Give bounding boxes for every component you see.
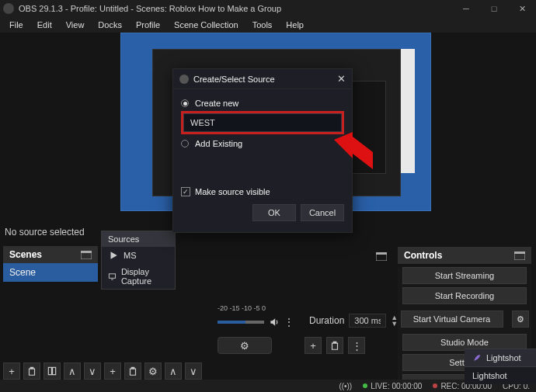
virtual-camera-settings-button[interactable]: ⚙ [512,310,529,328]
menu-file[interactable]: File [3,19,30,31]
radio-icon [181,140,189,147]
start-recording-button[interactable]: Start Recording [402,287,527,304]
transition-more-button[interactable]: ⋮ [348,337,365,354]
menu-bar: File Edit View Docks Profile Scene Colle… [0,17,536,33]
dialog-title-label: Create/Select Source [193,75,275,84]
window-controls: ─ □ ✕ [452,0,536,17]
make-visible-checkbox[interactable]: ✓ [181,187,190,196]
obs-logo-icon [179,75,189,84]
add-existing-label: Add Existing [195,139,242,148]
cancel-button[interactable]: Cancel [301,204,344,221]
source-add-button[interactable]: + [104,363,121,380]
menu-edit[interactable]: Edit [31,19,58,31]
status-bar: ((•)) LIVE: 00:00:00 REC: 00:00:00 CPU: … [0,380,536,392]
radio-icon [181,99,189,107]
title-bar: OBS 29.1.3 - Profile: Untitled - Scenes:… [0,0,536,17]
scene-filter-button[interactable] [44,363,61,380]
lightshot-row[interactable]: Lightshot [465,366,536,384]
mixer-settings-button[interactable]: ⚙ [218,337,272,354]
popout-icon[interactable] [81,251,92,259]
source-remove-button[interactable] [124,363,141,380]
scenes-list: Scene [3,263,98,282]
sources-item-ms[interactable]: MS [102,247,175,264]
sources-item-display-capture[interactable]: Display Capture [102,264,175,289]
controls-header: Controls [398,247,531,264]
scenes-header-label: Scenes [9,249,42,260]
menu-view[interactable]: View [60,19,91,31]
volume-row: ⋮ [218,317,294,328]
add-existing-radio-row[interactable]: Add Existing [181,139,344,148]
scenes-toolbar: + ∧ ∨ [3,363,101,380]
menu-profile[interactable]: Profile [130,19,166,31]
monitor-icon [108,271,117,282]
lightshot-row[interactable]: Lightshot [465,349,536,366]
ok-button[interactable]: OK [252,204,296,221]
lightshot-notification: Lightshot Lightshot [465,349,536,384]
menu-scene-collection[interactable]: Scene Collection [168,19,245,31]
dot-icon [363,383,367,388]
transition-add-button[interactable]: + [305,337,322,354]
duration-stepper-icon[interactable]: ▲▼ [391,314,398,327]
svg-rect-6 [514,252,525,254]
source-down-button[interactable]: ∨ [185,363,202,380]
source-settings-button[interactable]: ⚙ [144,363,162,380]
dot-icon [433,383,437,388]
svg-rect-2 [48,367,51,374]
duration-input[interactable] [349,314,386,328]
svg-rect-1 [81,251,92,253]
create-new-radio-row[interactable]: Create new [181,99,344,108]
volume-more-icon[interactable]: ⋮ [284,317,294,328]
close-button[interactable]: ✕ [508,0,536,17]
transition-remove-button[interactable] [326,337,343,354]
menu-docks[interactable]: Docks [92,19,128,31]
svg-rect-3 [53,367,56,374]
make-visible-label: Make source visible [195,187,270,196]
obs-logo-icon [3,3,14,14]
svg-rect-8 [376,252,387,255]
menu-help[interactable]: Help [280,19,310,31]
controls-header-label: Controls [404,250,442,261]
scene-add-button[interactable]: + [3,363,20,380]
start-streaming-button[interactable]: Start Streaming [402,267,527,284]
play-icon [108,250,119,261]
maximize-button[interactable]: □ [480,0,508,17]
scene-up-button[interactable]: ∧ [64,363,81,380]
source-up-button[interactable]: ∧ [165,363,182,380]
svg-marker-9 [334,132,373,169]
sources-toolbar: + ⚙ ∧ ∨ [104,363,202,380]
menu-tools[interactable]: Tools [246,19,279,31]
popout-icon[interactable] [514,252,525,260]
sources-item-label: MS [124,251,137,260]
source-name-input[interactable] [183,113,342,132]
scene-remove-button[interactable] [23,363,40,380]
dialog-titlebar: Create/Select Source ✕ [173,69,352,89]
volume-slider[interactable] [218,321,264,324]
sources-item-label: Display Capture [121,267,169,286]
status-live: LIVE: 00:00:00 [363,382,422,390]
audio-transition-area: -20 -15 -10 -5 0 ⋮ Duration ▲▼ ⚙ + ⋮ [218,304,365,354]
sources-popup-header: Sources [102,231,175,247]
lightshot-label: Lightshot [486,353,521,363]
lightshot-label: Lightshot [472,371,507,380]
dialog-close-button[interactable]: ✕ [337,73,346,85]
window-title: OBS 29.1.3 - Profile: Untitled - Scenes:… [19,4,281,13]
feather-icon [472,353,482,363]
speaker-icon[interactable] [269,317,280,328]
annotation-arrow-icon [334,132,373,181]
start-virtual-camera-button[interactable]: Start Virtual Camera [401,310,503,328]
scene-item[interactable]: Scene [3,263,98,282]
minimize-button[interactable]: ─ [452,0,480,17]
scenes-panel: Scenes Scene [3,246,98,282]
db-scale-labels: -20 -15 -10 -5 0 [218,304,365,312]
create-new-label: Create new [195,99,238,108]
highlight-box [181,111,344,134]
duration-label: Duration [309,315,344,326]
no-source-label: No source selected [5,227,85,238]
scenes-header: Scenes [3,246,98,263]
create-select-source-dialog: Create/Select Source ✕ Create new Add Ex… [172,68,353,233]
sources-popup: Sources MS Display Capture [101,231,176,290]
svg-rect-4 [109,274,115,278]
status-network-icon: ((•)) [339,382,352,390]
popout-icon[interactable] [376,252,387,261]
scene-down-button[interactable]: ∨ [84,363,101,380]
